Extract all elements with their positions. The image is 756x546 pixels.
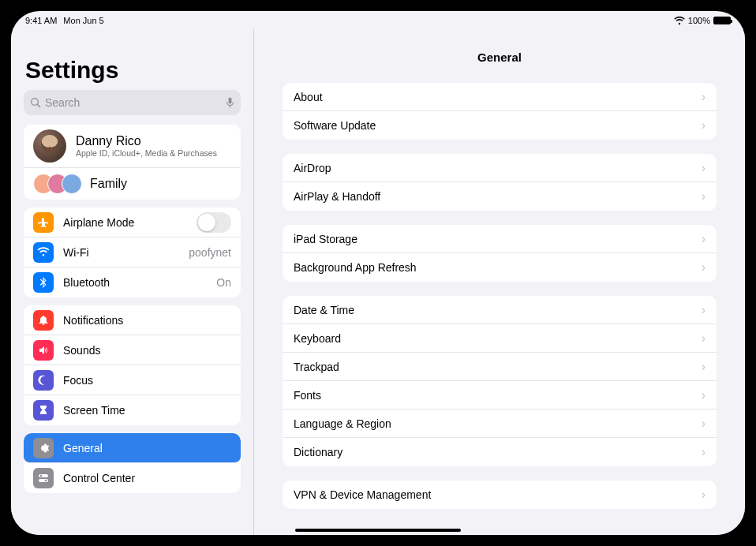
dictation-icon[interactable] — [226, 97, 234, 109]
home-indicator[interactable] — [295, 529, 461, 532]
detail-title: General — [254, 28, 745, 75]
detail-row-background-app-refresh[interactable]: Background App Refresh› — [283, 253, 717, 282]
detail-row-ipad-storage[interactable]: iPad Storage› — [283, 225, 717, 253]
sidebar-item-controlcenter[interactable]: Control Center — [24, 463, 241, 493]
page-title: Settings — [19, 28, 245, 87]
moon-icon — [33, 370, 54, 391]
sidebar-item-notifications[interactable]: Notifications — [24, 305, 241, 335]
detail-row-label: About — [294, 91, 697, 103]
sidebar-item-label: Bluetooth — [63, 276, 216, 289]
chevron-right-icon: › — [702, 331, 705, 346]
detail-row-label: Fonts — [294, 389, 697, 402]
sidebar-item-label: Airplane Mode — [63, 216, 196, 229]
sidebar-item-screentime[interactable]: Screen Time — [24, 395, 241, 425]
search-placeholder: Search — [45, 96, 226, 109]
chevron-right-icon: › — [702, 417, 705, 431]
detail-row-language-region[interactable]: Language & Region› — [283, 410, 717, 438]
sidebar-item-value: On — [216, 276, 231, 289]
detail-row-label: Background App Refresh — [294, 261, 697, 274]
sidebar-item-label: Screen Time — [63, 404, 231, 417]
sidebar-item-label: Sounds — [63, 344, 231, 357]
wifi-status-icon — [674, 17, 685, 25]
detail-row-vpn-device-management[interactable]: VPN & Device Management› — [283, 481, 717, 509]
detail-row-label: AirPlay & Handoff — [294, 190, 697, 203]
search-input[interactable]: Search — [24, 90, 241, 115]
battery-percent: 100% — [688, 16, 710, 25]
sidebar-item-label: General — [63, 442, 231, 454]
detail-row-airplay-handoff[interactable]: AirPlay & Handoff› — [283, 182, 717, 211]
detail-row-software-update[interactable]: Software Update› — [283, 111, 717, 140]
sidebar-item-sounds[interactable]: Sounds — [24, 335, 241, 365]
detail-row-label: Language & Region — [294, 417, 697, 430]
airplane-toggle[interactable] — [196, 212, 231, 233]
chevron-right-icon: › — [702, 161, 705, 175]
device-frame: 9:41 AM Mon Jun 5 100% Settings Sear — [0, 0, 756, 546]
account-subtitle: Apple ID, iCloud+, Media & Purchases — [76, 148, 217, 159]
search-icon — [30, 97, 41, 108]
sidebar-item-label: Notifications — [63, 314, 231, 327]
wifi-icon — [33, 242, 54, 263]
sidebar-item-bluetooth[interactable]: BluetoothOn — [24, 267, 241, 297]
status-time: 9:41 AM — [25, 16, 57, 25]
detail-pane[interactable]: General About›Software Update›AirDrop›Ai… — [254, 28, 745, 535]
battery-icon — [713, 17, 731, 24]
chevron-right-icon: › — [702, 360, 705, 374]
chevron-right-icon: › — [702, 388, 705, 402]
switches-icon — [33, 468, 54, 488]
detail-section-3: Date & Time›Keyboard›Trackpad›Fonts›Lang… — [283, 296, 717, 466]
apple-id-row[interactable]: Danny Rico Apple ID, iCloud+, Media & Pu… — [24, 125, 241, 168]
sidebar[interactable]: Settings Search Danny Rico — [11, 28, 254, 535]
detail-row-label: iPad Storage — [294, 233, 697, 245]
svg-point-5 — [40, 475, 43, 477]
svg-line-1 — [37, 104, 39, 107]
sidebar-item-label: Control Center — [63, 472, 231, 484]
family-avatars-icon — [33, 174, 82, 194]
detail-row-label: Keyboard — [294, 332, 697, 345]
detail-row-dictionary[interactable]: Dictionary› — [283, 438, 717, 466]
account-name: Danny Rico — [76, 133, 217, 148]
sidebar-section-connectivity: Airplane ModeWi-FipoofynetBluetoothOn — [24, 208, 241, 297]
svg-point-7 — [45, 480, 47, 482]
detail-row-label: VPN & Device Management — [294, 488, 697, 501]
detail-row-label: Date & Time — [294, 304, 697, 316]
chevron-right-icon: › — [702, 488, 705, 502]
sidebar-section-system: GeneralControl Center — [24, 433, 241, 493]
detail-section-1: AirDrop›AirPlay & Handoff› — [283, 154, 717, 211]
chevron-right-icon: › — [702, 445, 705, 459]
sidebar-item-focus[interactable]: Focus — [24, 365, 241, 395]
sidebar-item-wifi[interactable]: Wi-Fipoofynet — [24, 237, 241, 267]
chevron-right-icon: › — [702, 118, 705, 133]
svg-rect-2 — [229, 97, 232, 103]
airplane-icon — [33, 212, 54, 233]
chevron-right-icon: › — [702, 189, 705, 204]
detail-row-label: Dictionary — [294, 446, 697, 458]
speaker-icon — [33, 340, 54, 361]
sidebar-item-label: Focus — [63, 374, 231, 387]
chevron-right-icon: › — [702, 303, 705, 317]
avatar — [33, 129, 66, 163]
detail-row-date-time[interactable]: Date & Time› — [283, 296, 717, 324]
detail-row-label: Trackpad — [294, 361, 697, 373]
sidebar-item-value: poofynet — [189, 246, 231, 259]
detail-row-keyboard[interactable]: Keyboard› — [283, 324, 717, 353]
status-bar: 9:41 AM Mon Jun 5 100% — [11, 11, 745, 28]
sidebar-item-airplane[interactable]: Airplane Mode — [24, 208, 241, 237]
status-date: Mon Jun 5 — [63, 16, 103, 25]
gear-icon — [33, 438, 54, 458]
detail-section-0: About›Software Update› — [283, 83, 717, 140]
detail-row-about[interactable]: About› — [283, 83, 717, 111]
sidebar-item-general[interactable]: General — [24, 433, 241, 463]
hourglass-icon — [33, 400, 54, 421]
main-area: Settings Search Danny Rico — [11, 28, 745, 535]
detail-section-2: iPad Storage›Background App Refresh› — [283, 225, 717, 282]
sidebar-item-label: Wi-Fi — [63, 246, 189, 259]
detail-row-airdrop[interactable]: AirDrop› — [283, 154, 717, 182]
bell-icon — [33, 310, 54, 331]
family-row[interactable]: Family — [24, 168, 241, 200]
detail-row-trackpad[interactable]: Trackpad› — [283, 353, 717, 381]
detail-row-label: AirDrop — [294, 162, 697, 174]
status-left: 9:41 AM Mon Jun 5 — [25, 16, 104, 25]
screen: 9:41 AM Mon Jun 5 100% Settings Sear — [11, 11, 745, 535]
family-label: Family — [90, 177, 127, 191]
detail-row-fonts[interactable]: Fonts› — [283, 381, 717, 410]
